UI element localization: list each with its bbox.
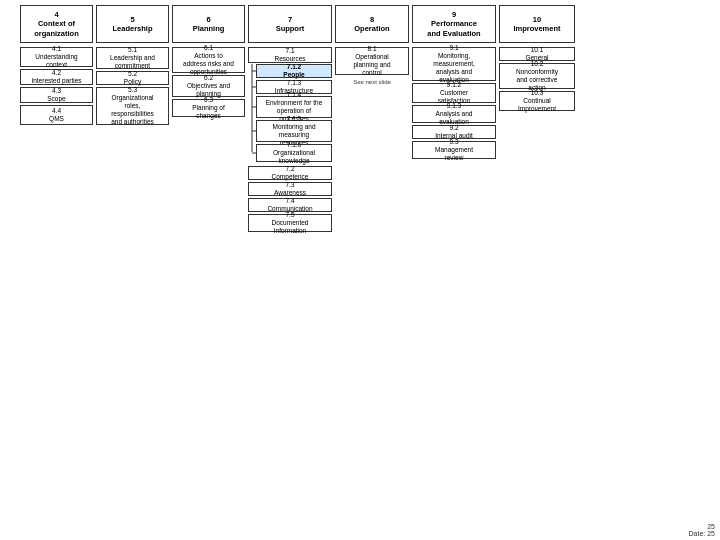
- chart-box: 7.2 Competence: [248, 166, 332, 180]
- footer-page: 25: [707, 523, 715, 530]
- chart-box: 7.3 Awareness: [248, 182, 332, 196]
- chart-box: 9.1 Monitoring, measurement, analysis an…: [412, 47, 496, 81]
- chart-box: 7.5 Documented Information: [248, 214, 332, 232]
- chart-box: 9.1.3 Analysis and evaluation: [412, 105, 496, 123]
- chart-box: 4 Context of organization: [20, 5, 93, 43]
- chart-box: 9.1.2 Customer satisfaction: [412, 83, 496, 103]
- chart-box: 7.1.5 Monitoring and measuring resources: [256, 120, 332, 142]
- footer: 25 Date: 25: [689, 523, 715, 537]
- chart-box: 10.3 Continual Improvement: [499, 91, 575, 111]
- chart-box: 8 Operation: [335, 5, 409, 43]
- chart-box: 7.1.6 Organizational knowledge: [256, 144, 332, 162]
- chart-box: 4.2 Interested parties: [20, 69, 93, 85]
- chart-box: 4.1 Understanding context: [20, 47, 93, 67]
- chart-box: 4.4 QMS: [20, 105, 93, 125]
- footer-date: Date: 25: [689, 530, 715, 537]
- chart-box: 6.3 Planning of changes: [172, 99, 245, 117]
- see-next-slide: See next slide: [335, 79, 409, 85]
- chart-box: 4.3 Scope: [20, 87, 93, 103]
- chart-box: 5.3 Organizational roles, responsibiliti…: [96, 87, 169, 125]
- page-container: 4 Context of organization5 Leadership6 P…: [0, 0, 720, 540]
- chart-box: 10 Improvement: [499, 5, 575, 43]
- chart-box: 7.1.2 People: [256, 64, 332, 78]
- chart-box: 7 Support: [248, 5, 332, 43]
- chart-box: 9 Performance and Evaluation: [412, 5, 496, 43]
- chart-box: 9.3 Management review: [412, 141, 496, 159]
- chart-box: 7.1 Resources: [248, 47, 332, 63]
- chart-box: 6.1 Actions to address risks and opportu…: [172, 47, 245, 73]
- full-chart: 4 Context of organization5 Leadership6 P…: [20, 5, 717, 520]
- chart-box: 6 Planning: [172, 5, 245, 43]
- chart-box: 6.2 Objectives and planning: [172, 75, 245, 97]
- iso-label: [0, 50, 18, 540]
- chart-box: 10.2 Nonconformity and corrective action: [499, 63, 575, 89]
- chart-box: 5.2 Policy: [96, 71, 169, 85]
- chart-box: 5.1 Leadership and commitment: [96, 47, 169, 69]
- chart-box: 5 Leadership: [96, 5, 169, 43]
- chart-box: 8.1 Operational planning and control: [335, 47, 409, 75]
